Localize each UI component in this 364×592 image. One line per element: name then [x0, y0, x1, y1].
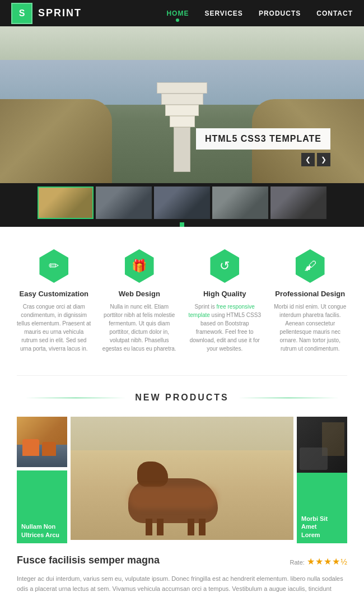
product-left-label: Nullam NonUltrices Arcu: [21, 523, 59, 539]
section-title: NEW PRODUCTS: [17, 393, 347, 403]
feature-title-4: Professional Design: [273, 290, 348, 298]
star-icons: ★★★★: [307, 557, 340, 566]
feature-web-design: 🎁 Web Design Nulla in nunc elit. Etiam p…: [102, 249, 177, 353]
features-grid: ✏ Easy Customization Cras congue orci at…: [17, 249, 347, 353]
next-arrow[interactable]: ❯: [317, 153, 330, 166]
prev-arrow[interactable]: ❮: [301, 153, 315, 166]
product-thumb-right-1[interactable]: [297, 417, 347, 473]
product-desc-1: Integer ac dui interdum, varius sem eu, …: [17, 574, 347, 592]
header: S SPRINT HOME SERVICES PRODUCTS CONTACT: [0, 0, 364, 26]
hero-arrows: ❮ ❯: [301, 153, 330, 166]
pencil-icon: ✏: [37, 249, 71, 283]
logo-text: SPRINT: [38, 7, 82, 19]
refresh-icon: ↺: [208, 249, 241, 283]
feature-desc-4: Morbi id nisl enim. Ut congue interdum p…: [273, 302, 348, 353]
nav-home[interactable]: HOME: [166, 7, 189, 20]
feature-easy-customization: ✏ Easy Customization Cras congue orci at…: [17, 249, 91, 353]
thumb-img-1: [39, 188, 92, 218]
feature-high-quality: ↺ High Quality Sprint is free responsive…: [188, 249, 262, 353]
thumbnail-5[interactable]: [270, 187, 326, 219]
product-cow-image: [71, 417, 293, 540]
feature-desc-1: Cras congue orci at diam condimentum, in…: [17, 302, 91, 353]
product-right-label: Morbi Sit AmetLorem: [301, 515, 343, 539]
product-rating-row: Fusce facilisis semper magna Rate: ★★★★½: [17, 554, 347, 568]
thumb-img-3: [154, 187, 210, 219]
thumb-img-4: [212, 187, 268, 219]
brush-icon: 🖌: [293, 249, 327, 283]
thumbnail-1[interactable]: [38, 187, 94, 219]
free-template-link-1[interactable]: free responsive template: [188, 304, 254, 318]
thumbnail-strip: [0, 183, 364, 222]
section-divider: [17, 375, 347, 376]
feature-desc-3: Sprint is free responsive template using…: [188, 302, 262, 353]
nav-services[interactable]: SERVICES: [204, 7, 242, 20]
product-thumb-left-1[interactable]: [17, 417, 67, 467]
product-title: Fusce facilisis semper magna: [17, 554, 160, 566]
nav-contact[interactable]: CONTACT: [316, 7, 353, 20]
feature-title-2: Web Design: [102, 290, 177, 298]
product-thumb-left-2[interactable]: Nullam NonUltrices Arcu: [17, 470, 67, 543]
product-side-left: Nullam NonUltrices Arcu: [17, 417, 67, 543]
logo-icon: S: [11, 3, 32, 24]
feature-professional-design: 🖌 Professional Design Morbi id nisl enim…: [273, 249, 348, 353]
thumb-img-2: [96, 187, 152, 219]
nav-products[interactable]: PRODUCTS: [259, 7, 301, 20]
product-rating: Rate: ★★★★½: [290, 556, 347, 567]
product-gallery: Nullam NonUltrices Arcu: [17, 417, 347, 543]
product-main-image: [71, 417, 293, 543]
gift-icon: 🎁: [123, 249, 156, 283]
product-side-right: Morbi Sit AmetLorem: [297, 417, 347, 543]
thumbnail-2[interactable]: [96, 187, 152, 219]
half-star-icon: ½: [340, 557, 347, 566]
feature-title-1: Easy Customization: [17, 290, 91, 298]
products-section: NEW PRODUCTS Nullam NonUltrices Arcu: [0, 375, 364, 592]
rating-label: Rate:: [290, 559, 305, 566]
thumbnail-4[interactable]: [212, 187, 268, 219]
hero-sky: [0, 26, 364, 60]
features-section: ✏ Easy Customization Cras congue orci at…: [0, 227, 364, 370]
main-nav: HOME SERVICES PRODUCTS CONTACT: [166, 7, 353, 20]
thumb-img-5: [270, 187, 326, 219]
feature-title-3: High Quality: [188, 290, 262, 298]
thumbnail-3[interactable]: [154, 187, 210, 219]
product-info: Fusce facilisis semper magna Rate: ★★★★½…: [17, 554, 347, 592]
feature-desc-2: Nulla in nunc elit. Etiam porttitor nibh…: [102, 302, 177, 353]
product-thumb-right-2[interactable]: Morbi Sit AmetLorem: [297, 473, 347, 543]
hero-label: HTML5 CSS3 TEMPLATE: [196, 128, 330, 150]
hero-grass-left: [0, 99, 112, 183]
hero-section: HTML5 CSS3 TEMPLATE ❮ ❯: [0, 26, 364, 183]
